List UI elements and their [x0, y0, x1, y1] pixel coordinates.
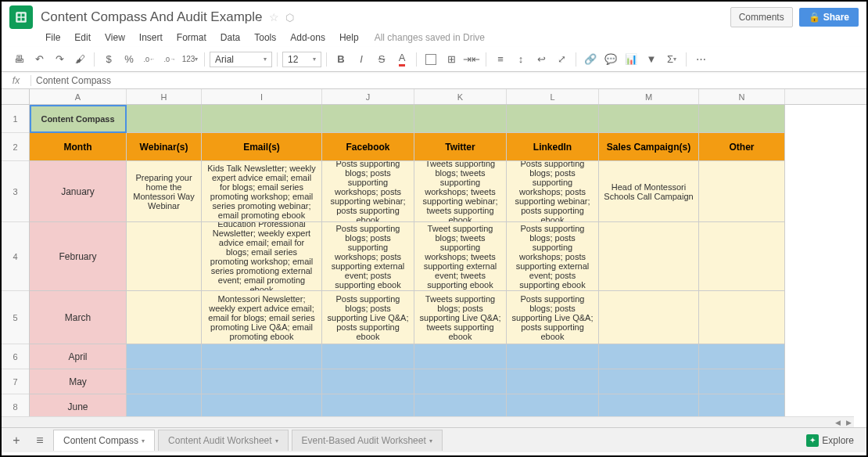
- row-header[interactable]: 7: [2, 369, 29, 394]
- data-cell[interactable]: Posts supporting blogs; posts supporting…: [322, 222, 414, 291]
- data-cell[interactable]: [202, 369, 322, 394]
- data-cell[interactable]: Education Professional Newsletter; weekl…: [202, 222, 322, 291]
- menu-format[interactable]: Format: [170, 30, 213, 45]
- redo-icon[interactable]: ↷: [50, 50, 69, 69]
- print-icon[interactable]: 🖶: [9, 50, 28, 69]
- data-cell[interactable]: January: [30, 161, 127, 222]
- data-cell[interactable]: [127, 291, 202, 344]
- data-cell[interactable]: [202, 344, 322, 369]
- insert-chart-icon[interactable]: 📊: [622, 50, 640, 69]
- scroll-right-icon[interactable]: ▶: [843, 419, 854, 426]
- column-label-cell[interactable]: LinkedIn: [507, 133, 599, 161]
- explore-button[interactable]: ✦ Explore: [798, 431, 862, 450]
- column-header[interactable]: J: [322, 89, 414, 104]
- header-cell[interactable]: [202, 105, 322, 133]
- data-cell[interactable]: [699, 291, 785, 344]
- data-cell[interactable]: Posts supporting blogs; posts supporting…: [507, 161, 599, 222]
- column-header[interactable]: H: [127, 89, 202, 104]
- row-header[interactable]: 3: [2, 161, 29, 222]
- document-title[interactable]: Content Compass And Audit Example: [41, 9, 263, 25]
- menu-data[interactable]: Data: [214, 30, 246, 45]
- format-percent[interactable]: %: [120, 50, 138, 69]
- data-cell[interactable]: [127, 369, 202, 394]
- sheet-tab[interactable]: Content Audit Worksheet▾: [158, 430, 289, 451]
- row-header[interactable]: 4: [2, 222, 29, 291]
- column-header[interactable]: L: [507, 89, 599, 104]
- italic-icon[interactable]: I: [352, 50, 371, 69]
- comments-button[interactable]: Comments: [730, 7, 793, 27]
- menu-help[interactable]: Help: [333, 30, 365, 45]
- data-cell[interactable]: Tweets supporting blogs; posts supportin…: [414, 291, 507, 344]
- undo-icon[interactable]: ↶: [30, 50, 48, 69]
- column-label-cell[interactable]: Twitter: [414, 133, 507, 161]
- add-sheet-button[interactable]: +: [6, 430, 27, 451]
- column-header[interactable]: K: [414, 89, 507, 104]
- data-cell[interactable]: [127, 222, 202, 291]
- data-cell[interactable]: [507, 369, 599, 394]
- data-cell[interactable]: [414, 344, 507, 369]
- header-cell[interactable]: [699, 105, 785, 133]
- data-cell[interactable]: Montessori Newsletter; weekly expert adv…: [202, 291, 322, 344]
- share-button[interactable]: 🔒 Share: [799, 8, 859, 27]
- strikethrough-icon[interactable]: S: [372, 50, 391, 69]
- menu-edit[interactable]: Edit: [68, 30, 97, 45]
- h-align-icon[interactable]: ≡: [491, 50, 510, 69]
- sheets-logo-icon[interactable]: [9, 5, 33, 29]
- data-cell[interactable]: Posts supporting blogs; posts supporting…: [507, 291, 599, 344]
- data-cell[interactable]: Head of Montessori Schools Call Campaign: [599, 161, 699, 222]
- more-formats[interactable]: 123▾: [181, 50, 199, 69]
- tab-dropdown-icon[interactable]: ▾: [429, 437, 432, 444]
- header-cell[interactable]: [322, 105, 414, 133]
- data-cell[interactable]: [699, 344, 785, 369]
- insert-comment-icon[interactable]: 💬: [601, 50, 620, 69]
- text-wrap-icon[interactable]: ↩: [532, 50, 551, 69]
- row-header[interactable]: 6: [2, 344, 29, 369]
- header-cell[interactable]: [127, 105, 202, 133]
- text-rotate-icon[interactable]: ⤢: [552, 50, 571, 69]
- data-cell[interactable]: February: [30, 222, 127, 291]
- tab-dropdown-icon[interactable]: ▾: [142, 437, 145, 444]
- row-header[interactable]: 5: [2, 291, 29, 344]
- data-cell[interactable]: [322, 344, 414, 369]
- folder-icon[interactable]: ⬡: [285, 12, 294, 23]
- text-color-icon[interactable]: A: [393, 50, 411, 69]
- menu-insert[interactable]: Insert: [133, 30, 169, 45]
- data-cell[interactable]: Posts supporting blogs; posts supporting…: [322, 291, 414, 344]
- data-cell[interactable]: [507, 344, 599, 369]
- data-cell[interactable]: Posts supporting blogs; posts supporting…: [322, 161, 414, 222]
- sheet-tab[interactable]: Event-Based Audit Worksheet▾: [292, 430, 443, 451]
- data-cell[interactable]: [699, 222, 785, 291]
- data-cell[interactable]: [699, 369, 785, 394]
- menu-file[interactable]: File: [39, 30, 66, 45]
- decrease-decimal[interactable]: .0←: [140, 50, 159, 69]
- data-cell[interactable]: Preparing your home the Montessori Way W…: [127, 161, 202, 222]
- format-currency[interactable]: $: [99, 50, 118, 69]
- scroll-left-icon[interactable]: ◀: [832, 419, 843, 426]
- paint-format-icon[interactable]: 🖌: [70, 50, 89, 69]
- data-cell[interactable]: May: [30, 369, 127, 394]
- select-all-corner[interactable]: [2, 89, 30, 104]
- sheet-tab[interactable]: Content Compass▾: [53, 430, 155, 451]
- row-header[interactable]: 2: [2, 133, 29, 161]
- column-label-cell[interactable]: Sales Campaign(s): [599, 133, 699, 161]
- font-size-select[interactable]: 12▾: [282, 52, 321, 67]
- header-cell[interactable]: [599, 105, 699, 133]
- column-label-cell[interactable]: Facebook: [322, 133, 414, 161]
- column-header[interactable]: I: [202, 89, 322, 104]
- horizontal-scrollbar[interactable]: ◀ ▶: [2, 416, 854, 427]
- more-icon[interactable]: ⋯: [691, 50, 710, 69]
- data-cell[interactable]: [599, 369, 699, 394]
- data-cell[interactable]: Tweet supporting blogs; tweets supportin…: [414, 222, 507, 291]
- increase-decimal[interactable]: .0→: [160, 50, 179, 69]
- data-cell[interactable]: [699, 161, 785, 222]
- tab-dropdown-icon[interactable]: ▾: [275, 437, 278, 444]
- data-cell[interactable]: [599, 344, 699, 369]
- insert-link-icon[interactable]: 🔗: [581, 50, 600, 69]
- column-header[interactable]: M: [599, 89, 699, 104]
- row-header[interactable]: 1: [2, 105, 29, 133]
- menu-add-ons[interactable]: Add-ons: [284, 30, 332, 45]
- all-sheets-button[interactable]: ≡: [30, 430, 50, 451]
- data-cell[interactable]: [599, 222, 699, 291]
- column-header[interactable]: N: [699, 89, 785, 104]
- star-icon[interactable]: ☆: [269, 11, 279, 23]
